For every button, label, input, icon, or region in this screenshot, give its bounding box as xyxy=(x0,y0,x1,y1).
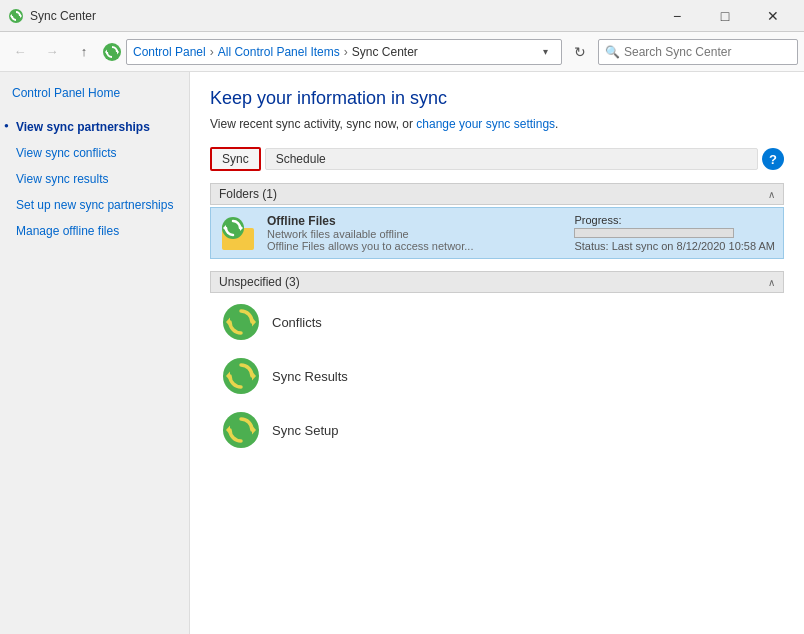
sync-results-item[interactable]: Sync Results xyxy=(210,349,784,403)
status-value: Last sync on 8/12/2020 10:58 AM xyxy=(612,240,775,252)
folder-name: Offline Files xyxy=(267,214,564,228)
main-container: Control Panel Home View sync partnership… xyxy=(0,72,804,634)
window-title: Sync Center xyxy=(30,9,654,23)
unspecified-section-label: Unspecified (3) xyxy=(219,275,300,289)
folder-desc1: Network files available offline xyxy=(267,228,564,240)
sidebar-item-manage-offline[interactable]: Manage offline files xyxy=(0,218,189,244)
folders-section-label: Folders (1) xyxy=(219,187,277,201)
address-bar: ← → ↑ Control Panel › All Control Panel … xyxy=(0,32,804,72)
change-settings-link[interactable]: change your sync settings xyxy=(416,117,555,131)
conflicts-item[interactable]: Conflicts xyxy=(210,295,784,349)
conflicts-label: Conflicts xyxy=(272,315,322,330)
path-sep-1: › xyxy=(210,45,214,59)
path-icon xyxy=(102,42,122,62)
path-sep-2: › xyxy=(344,45,348,59)
address-path[interactable]: Control Panel › All Control Panel Items … xyxy=(126,39,562,65)
back-button[interactable]: ← xyxy=(6,38,34,66)
close-button[interactable]: ✕ xyxy=(750,0,796,32)
window-controls: − □ ✕ xyxy=(654,0,796,32)
sidebar-item-view-sync-results[interactable]: View sync results xyxy=(0,166,189,192)
folders-chevron-icon: ∧ xyxy=(768,189,775,200)
sidebar-item-control-panel-home[interactable]: Control Panel Home xyxy=(0,80,189,106)
sync-setup-label: Sync Setup xyxy=(272,423,339,438)
progress-bar xyxy=(574,228,734,238)
up-button[interactable]: ↑ xyxy=(70,38,98,66)
schedule-button[interactable]: Schedule xyxy=(265,148,758,170)
sync-results-sync-icon xyxy=(222,357,260,395)
folder-icon xyxy=(219,214,257,252)
folder-info: Offline Files Network files available of… xyxy=(267,214,564,252)
path-part-1: Control Panel xyxy=(133,45,206,59)
offline-files-item[interactable]: Offline Files Network files available of… xyxy=(210,207,784,259)
title-bar: Sync Center − □ ✕ xyxy=(0,0,804,32)
minimize-button[interactable]: − xyxy=(654,0,700,32)
forward-button[interactable]: → xyxy=(38,38,66,66)
toolbar: Sync Schedule ? xyxy=(210,147,784,171)
maximize-button[interactable]: □ xyxy=(702,0,748,32)
page-title: Keep your information in sync xyxy=(210,88,784,109)
search-input[interactable] xyxy=(624,45,791,59)
path-dropdown-button[interactable]: ▾ xyxy=(535,39,555,65)
offline-files-icon xyxy=(219,214,257,252)
folders-section-header[interactable]: Folders (1) ∧ xyxy=(210,183,784,205)
status-label: Status: xyxy=(574,240,608,252)
sync-setup-sync-icon xyxy=(222,411,260,449)
search-icon: 🔍 xyxy=(605,45,620,59)
conflicts-sync-icon xyxy=(222,303,260,341)
refresh-button[interactable]: ↻ xyxy=(566,38,594,66)
folder-status: Progress: Status: Last sync on 8/12/2020… xyxy=(574,214,775,252)
app-icon xyxy=(8,8,24,24)
sidebar-item-set-up-new[interactable]: Set up new sync partnerships xyxy=(0,192,189,218)
unspecified-section-header[interactable]: Unspecified (3) ∧ xyxy=(210,271,784,293)
sync-setup-item[interactable]: Sync Setup xyxy=(210,403,784,457)
search-box: 🔍 xyxy=(598,39,798,65)
content-area: Keep your information in sync View recen… xyxy=(190,72,804,634)
sidebar-item-view-sync-conflicts[interactable]: View sync conflicts xyxy=(0,140,189,166)
path-part-2: All Control Panel Items xyxy=(218,45,340,59)
path-part-3: Sync Center xyxy=(352,45,418,59)
progress-label: Progress: xyxy=(574,214,775,226)
sidebar-item-view-sync-partnerships[interactable]: View sync partnerships xyxy=(0,114,189,140)
sidebar: Control Panel Home View sync partnership… xyxy=(0,72,190,634)
sync-button[interactable]: Sync xyxy=(210,147,261,171)
folder-desc2: Offline Files allows you to access netwo… xyxy=(267,240,564,252)
content-subtitle: View recent sync activity, sync now, or … xyxy=(210,117,784,131)
status-text: Status: Last sync on 8/12/2020 10:58 AM xyxy=(574,240,775,252)
unspecified-section: Unspecified (3) ∧ Conflicts xyxy=(210,271,784,457)
sync-results-label: Sync Results xyxy=(272,369,348,384)
help-button[interactable]: ? xyxy=(762,148,784,170)
unspecified-chevron-icon: ∧ xyxy=(768,277,775,288)
